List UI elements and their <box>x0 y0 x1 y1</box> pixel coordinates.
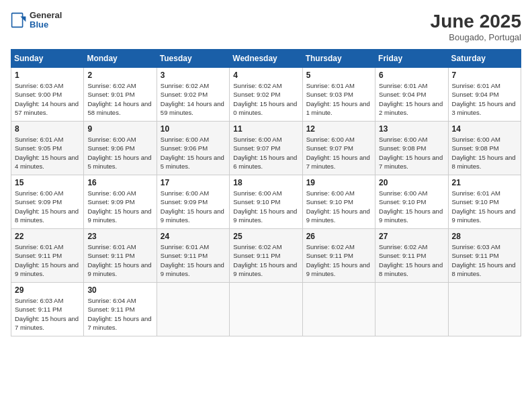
table-row: 15Sunrise: 6:00 AM Sunset: 9:09 PM Dayli… <box>11 175 84 229</box>
day-info: Sunrise: 6:03 AM Sunset: 9:00 PM Dayligh… <box>15 81 80 117</box>
table-row: 5Sunrise: 6:01 AM Sunset: 9:03 PM Daylig… <box>302 68 375 122</box>
day-number: 26 <box>306 232 371 241</box>
day-number: 5 <box>306 71 371 80</box>
day-info: Sunrise: 6:00 AM Sunset: 9:10 PM Dayligh… <box>306 189 371 224</box>
table-row: 7Sunrise: 6:01 AM Sunset: 9:04 PM Daylig… <box>448 68 521 122</box>
table-row: 22Sunrise: 6:01 AM Sunset: 9:11 PM Dayli… <box>11 229 84 283</box>
day-info: Sunrise: 6:01 AM Sunset: 9:03 PM Dayligh… <box>306 81 371 117</box>
day-number: 21 <box>452 178 517 187</box>
table-row: 23Sunrise: 6:01 AM Sunset: 9:11 PM Dayli… <box>84 229 157 283</box>
logo-icon <box>11 12 27 28</box>
table-row: 21Sunrise: 6:01 AM Sunset: 9:10 PM Dayli… <box>448 175 521 229</box>
table-row: 9Sunrise: 6:00 AM Sunset: 9:06 PM Daylig… <box>84 122 157 175</box>
table-row: 20Sunrise: 6:00 AM Sunset: 9:10 PM Dayli… <box>375 175 448 229</box>
table-row: 8Sunrise: 6:01 AM Sunset: 9:05 PM Daylig… <box>11 122 84 175</box>
day-number: 3 <box>161 71 226 80</box>
col-tuesday: Tuesday <box>157 50 229 68</box>
table-row: 25Sunrise: 6:02 AM Sunset: 9:11 PM Dayli… <box>230 229 302 283</box>
day-info: Sunrise: 6:03 AM Sunset: 9:11 PM Dayligh… <box>452 242 517 278</box>
table-row: 28Sunrise: 6:03 AM Sunset: 9:11 PM Dayli… <box>448 229 521 283</box>
day-info: Sunrise: 6:01 AM Sunset: 9:04 PM Dayligh… <box>452 81 517 117</box>
table-row: 26Sunrise: 6:02 AM Sunset: 9:11 PM Dayli… <box>302 229 375 283</box>
day-number: 11 <box>233 124 298 134</box>
day-number: 20 <box>379 178 444 187</box>
col-friday: Friday <box>375 50 448 68</box>
calendar-week-4: 22Sunrise: 6:01 AM Sunset: 9:11 PM Dayli… <box>11 229 521 283</box>
day-number: 8 <box>15 124 80 134</box>
day-number: 4 <box>233 71 298 80</box>
table-row: 16Sunrise: 6:00 AM Sunset: 9:09 PM Dayli… <box>84 175 157 229</box>
calendar-header-row: Sunday Monday Tuesday Wednesday Thursday… <box>11 50 521 68</box>
day-number: 18 <box>233 178 298 187</box>
day-number: 9 <box>87 124 152 134</box>
table-row: 10Sunrise: 6:00 AM Sunset: 9:06 PM Dayli… <box>157 122 229 175</box>
logo-line2: Blue <box>30 20 62 30</box>
day-info: Sunrise: 6:00 AM Sunset: 9:10 PM Dayligh… <box>379 189 444 224</box>
table-row: 3Sunrise: 6:02 AM Sunset: 9:02 PM Daylig… <box>157 68 229 122</box>
day-info: Sunrise: 6:03 AM Sunset: 9:11 PM Dayligh… <box>15 296 80 332</box>
table-row: 1Sunrise: 6:03 AM Sunset: 9:00 PM Daylig… <box>11 68 84 122</box>
day-number: 16 <box>87 178 152 187</box>
day-number: 13 <box>379 124 444 134</box>
day-number: 12 <box>306 124 371 134</box>
day-number: 2 <box>87 71 152 80</box>
day-number: 17 <box>161 178 226 187</box>
calendar-week-3: 15Sunrise: 6:00 AM Sunset: 9:09 PM Dayli… <box>11 175 521 229</box>
table-row <box>448 283 521 336</box>
table-row: 13Sunrise: 6:00 AM Sunset: 9:08 PM Dayli… <box>375 122 448 175</box>
day-info: Sunrise: 6:01 AM Sunset: 9:04 PM Dayligh… <box>379 81 444 117</box>
table-row: 17Sunrise: 6:00 AM Sunset: 9:09 PM Dayli… <box>157 175 229 229</box>
calendar-table: Sunday Monday Tuesday Wednesday Thursday… <box>11 49 521 336</box>
day-number: 24 <box>161 232 226 241</box>
day-number: 6 <box>379 71 444 80</box>
table-row: 27Sunrise: 6:02 AM Sunset: 9:11 PM Dayli… <box>375 229 448 283</box>
day-info: Sunrise: 6:00 AM Sunset: 9:09 PM Dayligh… <box>161 189 226 224</box>
table-row <box>302 283 375 336</box>
calendar-week-5: 29Sunrise: 6:03 AM Sunset: 9:11 PM Dayli… <box>11 283 521 336</box>
day-info: Sunrise: 6:04 AM Sunset: 9:11 PM Dayligh… <box>87 296 152 332</box>
day-info: Sunrise: 6:00 AM Sunset: 9:09 PM Dayligh… <box>15 189 80 224</box>
day-info: Sunrise: 6:01 AM Sunset: 9:10 PM Dayligh… <box>452 189 517 224</box>
day-info: Sunrise: 6:00 AM Sunset: 9:06 PM Dayligh… <box>87 135 152 171</box>
day-info: Sunrise: 6:00 AM Sunset: 9:08 PM Dayligh… <box>452 135 517 171</box>
table-row: 19Sunrise: 6:00 AM Sunset: 9:10 PM Dayli… <box>302 175 375 229</box>
day-info: Sunrise: 6:00 AM Sunset: 9:07 PM Dayligh… <box>306 135 371 171</box>
logo: General Blue <box>11 11 62 30</box>
day-number: 10 <box>161 124 226 134</box>
day-info: Sunrise: 6:02 AM Sunset: 9:02 PM Dayligh… <box>161 81 226 117</box>
table-row: 12Sunrise: 6:00 AM Sunset: 9:07 PM Dayli… <box>302 122 375 175</box>
day-number: 7 <box>452 71 517 80</box>
location-subtitle: Bougado, Portugal <box>431 32 521 42</box>
day-number: 29 <box>15 285 80 295</box>
table-row: 30Sunrise: 6:04 AM Sunset: 9:11 PM Dayli… <box>84 283 157 336</box>
day-number: 23 <box>87 232 152 241</box>
day-number: 25 <box>233 232 298 241</box>
day-number: 28 <box>452 232 517 241</box>
day-info: Sunrise: 6:02 AM Sunset: 9:11 PM Dayligh… <box>233 242 298 278</box>
logo-text: General Blue <box>30 11 62 30</box>
table-row <box>230 283 302 336</box>
table-row <box>375 283 448 336</box>
table-row: 18Sunrise: 6:00 AM Sunset: 9:10 PM Dayli… <box>230 175 302 229</box>
day-info: Sunrise: 6:00 AM Sunset: 9:08 PM Dayligh… <box>379 135 444 171</box>
day-number: 1 <box>15 71 80 80</box>
table-row: 14Sunrise: 6:00 AM Sunset: 9:08 PM Dayli… <box>448 122 521 175</box>
day-info: Sunrise: 6:01 AM Sunset: 9:11 PM Dayligh… <box>161 242 226 278</box>
day-info: Sunrise: 6:01 AM Sunset: 9:11 PM Dayligh… <box>15 242 80 278</box>
day-number: 22 <box>15 232 80 241</box>
calendar-week-2: 8Sunrise: 6:01 AM Sunset: 9:05 PM Daylig… <box>11 122 521 175</box>
day-info: Sunrise: 6:00 AM Sunset: 9:06 PM Dayligh… <box>161 135 226 171</box>
day-info: Sunrise: 6:01 AM Sunset: 9:05 PM Dayligh… <box>15 135 80 171</box>
day-info: Sunrise: 6:02 AM Sunset: 9:01 PM Dayligh… <box>87 81 152 117</box>
table-row: 2Sunrise: 6:02 AM Sunset: 9:01 PM Daylig… <box>84 68 157 122</box>
table-row: 6Sunrise: 6:01 AM Sunset: 9:04 PM Daylig… <box>375 68 448 122</box>
col-saturday: Saturday <box>448 50 521 68</box>
day-info: Sunrise: 6:02 AM Sunset: 9:11 PM Dayligh… <box>379 242 444 278</box>
title-block: June 2025 Bougado, Portugal <box>431 11 521 42</box>
month-year-title: June 2025 <box>431 11 521 32</box>
day-info: Sunrise: 6:00 AM Sunset: 9:09 PM Dayligh… <box>87 189 152 224</box>
day-number: 30 <box>87 285 152 295</box>
logo-line1: General <box>30 11 62 20</box>
day-number: 27 <box>379 232 444 241</box>
col-thursday: Thursday <box>302 50 375 68</box>
